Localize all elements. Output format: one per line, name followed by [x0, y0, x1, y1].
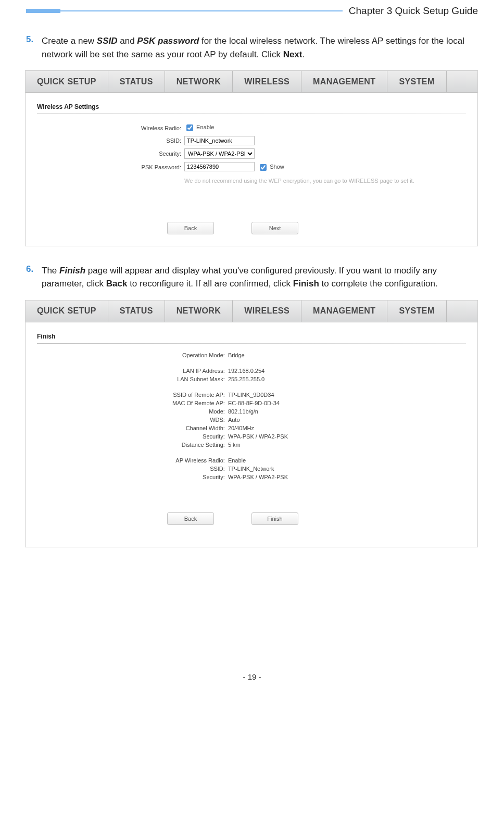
label-ssid: SSID: — [141, 134, 184, 147]
tab-wireless[interactable]: WIRELESS — [233, 71, 301, 92]
input-psk-password[interactable] — [184, 162, 255, 171]
label-wireless-radio: Wireless Radio: — [141, 121, 184, 134]
tab-wireless[interactable]: WIRELESS — [233, 300, 301, 322]
label-psk-password: PSK Password: — [141, 160, 184, 174]
label-mac-remote: MAC Of Remote AP: — [172, 399, 228, 407]
label-mode: Mode: — [172, 407, 228, 416]
header-rule: Chapter 3 Quick Setup Guide — [26, 5, 478, 17]
input-ssid[interactable] — [184, 136, 255, 145]
value-operation-mode: Bridge — [228, 351, 288, 359]
tab-quick-setup[interactable]: QUICK SETUP — [26, 71, 108, 92]
value-lan-subnet: 255.255.255.0 — [228, 375, 288, 383]
label-ap-radio: AP Wireless Radio: — [172, 456, 228, 465]
select-security[interactable]: WPA-PSK / WPA2-PSK — [184, 148, 255, 159]
value-lan-ip: 192.168.0.254 — [228, 367, 288, 375]
tab-status[interactable]: STATUS — [108, 300, 165, 322]
back-button[interactable]: Back — [167, 222, 214, 234]
label-wds: WDS: — [172, 416, 228, 424]
value-ssid-remote: TP-LINK_9D0D34 — [228, 391, 288, 399]
step-5-number: 5. — [26, 34, 42, 45]
value-security-local: WPA-PSK / WPA2-PSK — [228, 473, 288, 481]
checkbox-enable-radio[interactable] — [186, 124, 193, 131]
label-show: Show — [270, 164, 284, 170]
label-enable: Enable — [196, 124, 214, 130]
tab-quick-setup[interactable]: QUICK SETUP — [26, 300, 108, 322]
label-lan-subnet: LAN Subnet Mask: — [172, 375, 228, 383]
wep-hint: We do not recommend using the WEP encryp… — [184, 178, 414, 184]
finish-button[interactable]: Finish — [251, 512, 298, 525]
tab-network[interactable]: NETWORK — [165, 71, 233, 92]
step-6-number: 6. — [26, 264, 42, 274]
back-button-finish[interactable]: Back — [167, 512, 214, 525]
screenshot-wireless-ap-settings: QUICK SETUP STATUS NETWORK WIRELESS MANA… — [25, 70, 478, 246]
checkbox-show-password[interactable] — [260, 164, 267, 171]
label-security: Security: — [141, 147, 184, 160]
tab-management[interactable]: MANAGEMENT — [301, 71, 387, 92]
label-distance: Distance Setting: — [172, 441, 228, 449]
label-channel-width: Channel Width: — [172, 424, 228, 432]
tab-management[interactable]: MANAGEMENT — [301, 300, 387, 322]
screenshot-finish: QUICK SETUP STATUS NETWORK WIRELESS MANA… — [25, 300, 478, 547]
tab-network[interactable]: NETWORK — [165, 300, 233, 322]
label-security-remote: Security: — [172, 432, 228, 441]
label-ssid-local: SSID: — [172, 465, 228, 473]
tab-status[interactable]: STATUS — [108, 71, 165, 92]
label-operation-mode: Operation Mode: — [172, 351, 228, 359]
value-security-remote: WPA-PSK / WPA2-PSK — [228, 432, 288, 441]
value-mode: 802.11b/g/n — [228, 407, 288, 416]
value-ssid-local: TP-LINK_Network — [228, 465, 288, 473]
value-wds: Auto — [228, 416, 288, 424]
value-channel-width: 20/40MHz — [228, 424, 288, 432]
label-lan-ip: LAN IP Address: — [172, 367, 228, 375]
label-security-local: Security: — [172, 473, 228, 481]
step-6-text: The Finish page will appear and display … — [42, 264, 478, 291]
value-distance: 5 km — [228, 441, 288, 449]
label-ssid-remote: SSID of Remote AP: — [172, 391, 228, 399]
next-button[interactable]: Next — [251, 222, 298, 234]
nav-tabs-2: QUICK SETUP STATUS NETWORK WIRELESS MANA… — [26, 300, 477, 322]
value-ap-radio: Enable — [228, 456, 288, 465]
panel-title-wireless-ap: Wireless AP Settings — [37, 103, 466, 110]
step-5-text: Create a new SSID and PSK password for t… — [42, 34, 478, 61]
nav-tabs: QUICK SETUP STATUS NETWORK WIRELESS MANA… — [26, 71, 477, 93]
tab-system[interactable]: SYSTEM — [387, 300, 446, 322]
panel-title-finish: Finish — [37, 333, 466, 340]
value-mac-remote: EC-88-8F-9D-0D-34 — [228, 399, 288, 407]
tab-system[interactable]: SYSTEM — [387, 71, 446, 92]
chapter-title: Chapter 3 Quick Setup Guide — [343, 5, 478, 17]
page-number: - 19 - — [26, 672, 478, 681]
